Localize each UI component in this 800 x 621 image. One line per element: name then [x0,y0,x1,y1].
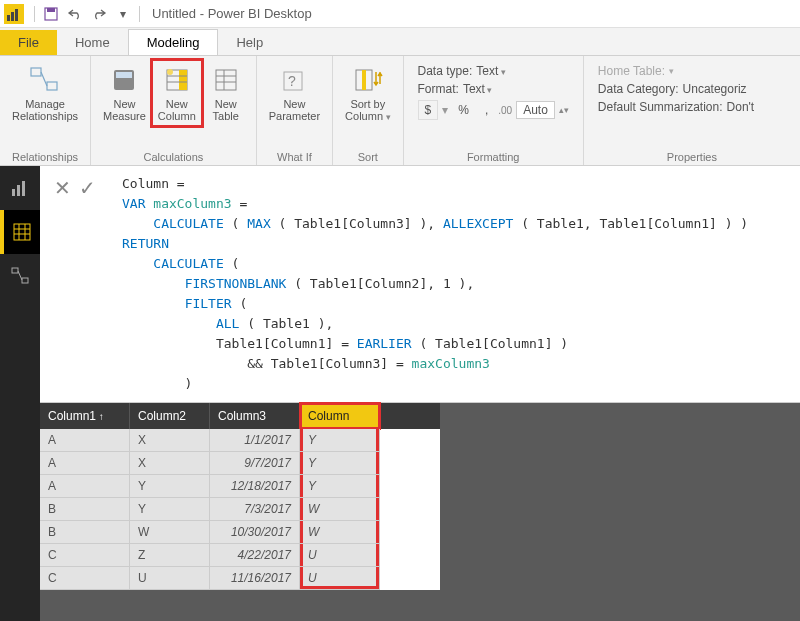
cell[interactable]: Z [130,544,210,567]
table-row: CZ4/22/2017U [40,544,440,567]
table-row: AX9/7/2017Y [40,452,440,475]
formula-bar: ✕ ✓ Column = VAR maxColumn3 = CALCULATE … [40,166,800,403]
titlebar: ▾ Untitled - Power BI Desktop [0,0,800,28]
new-parameter-button[interactable]: ? New Parameter [263,60,326,126]
cell[interactable]: U [300,544,380,567]
svg-rect-6 [47,82,57,90]
cell[interactable]: A [40,475,130,498]
cell[interactable]: 10/30/2017 [210,521,300,544]
cell[interactable]: U [130,567,210,590]
table-row: AY12/18/2017Y [40,475,440,498]
cell[interactable]: W [300,498,380,521]
data-view-button[interactable] [0,210,40,254]
cell[interactable]: U [300,567,380,590]
svg-text:?: ? [288,73,296,89]
svg-rect-25 [22,181,25,196]
data-grid: Column1 Column2 Column3 Column AX1/1/201… [40,403,440,590]
model-view-button[interactable] [0,254,40,298]
left-nav [0,166,40,621]
report-view-button[interactable] [0,166,40,210]
cell[interactable]: C [40,567,130,590]
manage-relationships-button[interactable]: Manage Relationships [6,60,84,126]
svg-rect-15 [216,70,236,90]
comma-button[interactable]: , [479,101,494,119]
sort-by-column-button[interactable]: Sort by Column [339,60,396,127]
table-row: BW10/30/2017W [40,521,440,544]
formula-editor[interactable]: Column = VAR maxColumn3 = CALCULATE ( MA… [110,166,800,402]
undo-icon[interactable] [63,4,87,24]
currency-button[interactable]: $ [418,100,439,120]
measure-icon [108,64,140,96]
tab-modeling[interactable]: Modeling [128,29,219,55]
ribbon-group-calculations: New Measure New Column New Table Calcula… [91,56,257,165]
svg-rect-22 [362,70,366,90]
ribbon-group-sort: Sort by Column Sort [333,56,403,165]
save-icon[interactable] [39,4,63,24]
cell[interactable]: 7/3/2017 [210,498,300,521]
cell[interactable]: B [40,498,130,521]
summarization-dropdown[interactable]: Default Summarization: Don't [598,100,786,114]
svg-point-14 [167,69,173,75]
qat-dropdown-icon[interactable]: ▾ [111,4,135,24]
grid-header: Column1 Column2 Column3 Column [40,403,440,429]
svg-rect-4 [47,8,55,12]
relationships-icon [29,64,61,96]
column-header-3[interactable]: Column3 [210,403,300,429]
tab-file[interactable]: File [0,30,57,55]
cell[interactable]: 12/18/2017 [210,475,300,498]
cell[interactable]: X [130,452,210,475]
formula-commit-icon[interactable]: ✓ [79,176,96,200]
decimals-icon: .00 [498,105,512,116]
svg-rect-5 [31,68,41,76]
cell[interactable]: B [40,521,130,544]
cell[interactable]: W [300,521,380,544]
tab-home[interactable]: Home [57,30,128,55]
ribbon: Manage Relationships Relationships New M… [0,56,800,166]
new-column-button[interactable]: New Column [152,60,202,126]
cell[interactable]: Y [300,452,380,475]
column-header-1[interactable]: Column1 [40,403,130,429]
svg-rect-26 [14,224,30,240]
cell[interactable]: 11/16/2017 [210,567,300,590]
percent-button[interactable]: % [452,101,475,119]
cell[interactable]: Y [300,429,380,452]
data-category-dropdown[interactable]: Data Category: Uncategoriz [598,82,786,96]
svg-rect-31 [12,268,18,273]
ribbon-group-relationships: Manage Relationships Relationships [0,56,91,165]
cell[interactable]: W [130,521,210,544]
cell[interactable]: X [130,429,210,452]
workspace: ✕ ✓ Column = VAR maxColumn3 = CALCULATE … [0,166,800,621]
table-row: CU11/16/2017U [40,567,440,590]
ribbon-group-whatif: ? New Parameter What If [257,56,333,165]
grid-body: AX1/1/2017YAX9/7/2017YAY12/18/2017YBY7/3… [40,429,440,590]
cell[interactable]: 1/1/2017 [210,429,300,452]
home-table-dropdown[interactable]: Home Table: ▾ [598,64,786,78]
sort-icon [352,64,384,96]
cell[interactable]: A [40,429,130,452]
svg-rect-24 [17,185,20,196]
datatype-dropdown[interactable]: Data type: Text [418,64,569,78]
cell[interactable]: Y [130,475,210,498]
tab-help[interactable]: Help [218,30,281,55]
column-header-2[interactable]: Column2 [130,403,210,429]
cell[interactable]: C [40,544,130,567]
decimals-input[interactable]: Auto [516,101,555,119]
redo-icon[interactable] [87,4,111,24]
cell[interactable]: Y [130,498,210,521]
formula-cancel-icon[interactable]: ✕ [54,176,71,200]
column-icon [161,64,193,96]
main-area: ✕ ✓ Column = VAR maxColumn3 = CALCULATE … [40,166,800,621]
column-header-calc[interactable]: Column [300,403,380,429]
window-title: Untitled - Power BI Desktop [152,6,312,21]
cell[interactable]: 9/7/2017 [210,452,300,475]
cell[interactable]: 4/22/2017 [210,544,300,567]
table-row: AX1/1/2017Y [40,429,440,452]
ribbon-group-properties: Home Table: ▾ Data Category: Uncategoriz… [584,56,800,165]
cell[interactable]: Y [300,475,380,498]
format-dropdown[interactable]: Format: Text [418,82,569,96]
new-table-button[interactable]: New Table [202,60,250,126]
svg-rect-0 [7,15,10,21]
new-measure-button[interactable]: New Measure [97,60,152,126]
svg-rect-23 [12,189,15,196]
cell[interactable]: A [40,452,130,475]
